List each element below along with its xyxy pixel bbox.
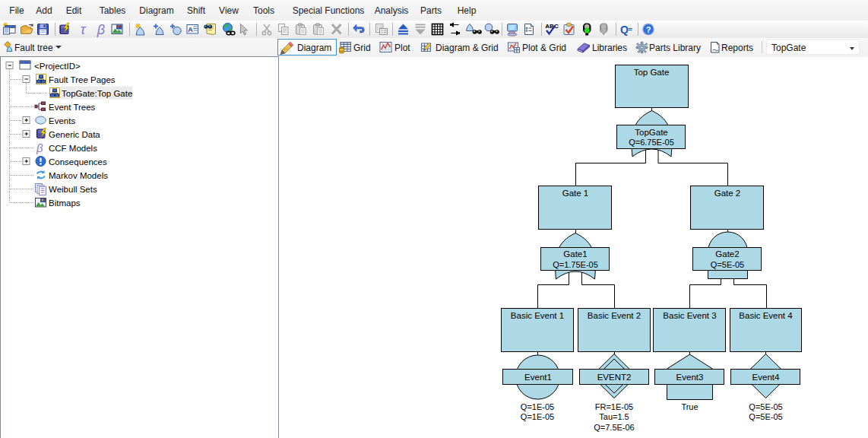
svg-text:Tau=1.5: Tau=1.5 — [599, 412, 629, 421]
svg-text:Bitmaps: Bitmaps — [49, 198, 81, 208]
svg-text:Consequences: Consequences — [49, 157, 107, 167]
svg-text:Gate1: Gate1 — [563, 249, 587, 259]
svg-text:τ: τ — [81, 22, 87, 37]
svg-text:CCF Models: CCF Models — [49, 144, 97, 153]
svg-text:A: A — [188, 26, 193, 33]
svg-text:True: True — [681, 402, 698, 411]
svg-text:Q=1.75E-05: Q=1.75E-05 — [553, 260, 598, 269]
svg-text:Gate 2: Gate 2 — [714, 189, 741, 198]
svg-text:Events: Events — [49, 116, 75, 125]
svg-text:Q=7.5E-06: Q=7.5E-06 — [594, 423, 635, 432]
svg-text:Gate 1: Gate 1 — [562, 189, 589, 198]
svg-text:β: β — [97, 22, 105, 37]
svg-text:Basic Event 2: Basic Event 2 — [588, 311, 641, 320]
svg-text:Fault Tree Pages: Fault Tree Pages — [49, 75, 116, 84]
svg-text:β: β — [36, 141, 43, 154]
svg-text:Q=5E-05: Q=5E-05 — [749, 412, 782, 421]
svg-text:TopGate:Top Gate: TopGate:Top Gate — [62, 89, 132, 98]
svg-text:ABC: ABC — [545, 23, 559, 30]
svg-text:Top Gate: Top Gate — [634, 68, 670, 77]
svg-text:Basic Event 1: Basic Event 1 — [511, 311, 564, 320]
svg-text:FR=1E-05: FR=1E-05 — [595, 402, 633, 411]
svg-text:Q=6.75E-05: Q=6.75E-05 — [629, 138, 674, 147]
svg-text:Generic Data: Generic Data — [49, 130, 100, 139]
svg-text:Event1: Event1 — [524, 373, 552, 382]
svg-text:Event3: Event3 — [676, 373, 704, 382]
svg-text:Q=5E-05: Q=5E-05 — [711, 260, 744, 269]
svg-text:Basic Event 4: Basic Event 4 — [739, 311, 793, 320]
svg-text:Gate2: Gate2 — [715, 249, 739, 259]
svg-text:Weibull Sets: Weibull Sets — [49, 185, 97, 194]
svg-text:<ProjectID>: <ProjectID> — [34, 62, 81, 71]
svg-text:EVENT2: EVENT2 — [597, 373, 632, 382]
svg-text:Q=5E-05: Q=5E-05 — [749, 402, 782, 411]
svg-text:Event4: Event4 — [752, 373, 780, 382]
svg-text:?: ? — [646, 25, 651, 34]
svg-text:Markov Models: Markov Models — [49, 171, 108, 180]
svg-text:Q=1E-05: Q=1E-05 — [521, 402, 554, 411]
svg-text:Q=1E-05: Q=1E-05 — [521, 412, 554, 421]
svg-text:Q: Q — [620, 24, 629, 36]
svg-text:=: = — [629, 26, 632, 33]
svg-text:Event Trees: Event Trees — [49, 103, 96, 112]
svg-text:Basic Event 3: Basic Event 3 — [663, 311, 716, 320]
svg-text:TopGate: TopGate — [635, 128, 667, 137]
